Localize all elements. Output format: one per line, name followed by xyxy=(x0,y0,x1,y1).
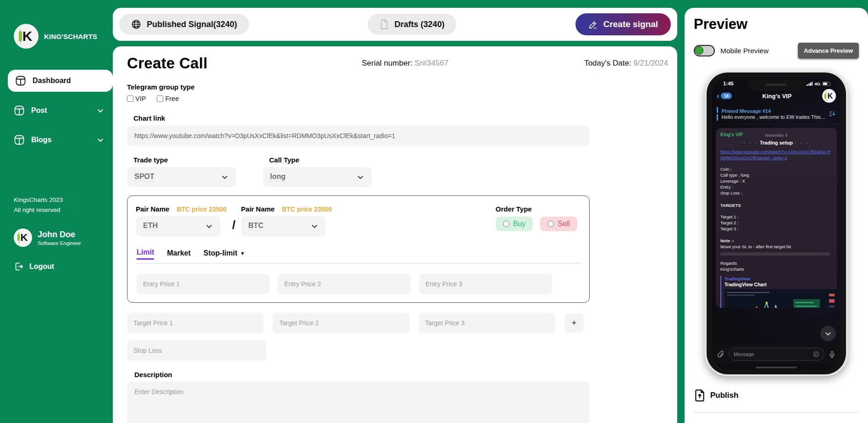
description-textarea[interactable] xyxy=(127,382,589,423)
add-target-button[interactable]: + xyxy=(564,313,584,333)
tab-limit-label: Limit xyxy=(137,248,154,256)
back-chevron-icon: ‹ xyxy=(717,92,719,100)
main-column: Published Signal(3240) Drafts (3240) Cre… xyxy=(113,8,677,423)
battery-icon xyxy=(822,82,830,86)
serial-number: Serial number: Sr#34567 xyxy=(208,59,584,68)
target-line: Target 2 : xyxy=(720,220,832,226)
phone-screen: 1:45 4G ‹ 18 King's VIP K xyxy=(712,77,840,370)
scroll-down-button xyxy=(820,326,836,341)
trade-type-label: Trade type xyxy=(133,156,236,164)
chevron-down-icon xyxy=(96,106,105,115)
message-heading-text: Trading setup xyxy=(760,140,793,145)
chevron-down-icon xyxy=(824,329,832,338)
sell-label: Sell xyxy=(558,220,570,228)
tab-market-label: Market xyxy=(167,249,191,257)
chart-link-input[interactable] xyxy=(127,126,589,146)
chevron-down-icon xyxy=(356,173,365,181)
logout-label: Logout xyxy=(29,262,54,271)
sell-radio[interactable] xyxy=(547,221,554,227)
unread-badge: 18 xyxy=(721,93,732,99)
dashboard-icon xyxy=(15,75,26,86)
logout-icon xyxy=(14,262,24,272)
call-type-label: Call Type xyxy=(269,156,372,164)
signal-field: Leverage : X xyxy=(720,178,832,184)
trade-type-select[interactable]: SPOT xyxy=(127,167,236,187)
pinned-message: Pinned Message #14 Hello everyone , welc… xyxy=(712,105,840,124)
sidebar: K KING'SCHARTS Dashboard Post Blogs King… xyxy=(0,0,113,423)
topbar: Published Signal(3240) Drafts (3240) Cre… xyxy=(113,8,677,41)
tab-market[interactable]: Market xyxy=(167,248,191,260)
preview-panel: Preview Mobile Preview Advance Preview 1… xyxy=(685,8,868,423)
pair-name-label: Pair Name xyxy=(241,205,275,213)
description-label: Description xyxy=(134,371,670,378)
free-checkbox[interactable] xyxy=(157,95,163,102)
signal-bars-icon xyxy=(807,82,813,86)
order-type-label: Order Type xyxy=(496,205,577,213)
sidebar-item-label: Dashboard xyxy=(33,77,71,85)
post-icon xyxy=(14,105,25,116)
mobile-preview-toggle[interactable] xyxy=(694,45,715,56)
stop-loss-input[interactable] xyxy=(127,340,266,361)
chat-title: King's VIP xyxy=(732,93,822,100)
btc-price-hint: BTC price 23500 xyxy=(282,206,332,213)
chevron-down-icon xyxy=(310,222,319,230)
pair-separator: / xyxy=(232,218,235,232)
tab-stop-limit[interactable]: Stop-limit ▼ xyxy=(204,248,245,260)
brand-name: KING'SCHARTS xyxy=(44,33,97,40)
pair-quote-select[interactable]: BTC xyxy=(241,216,326,236)
target-price-2-input[interactable] xyxy=(273,313,409,333)
message-link: https://www.youtube.com/watch?v=O3pUsXxC… xyxy=(720,149,832,161)
network-label: 4G xyxy=(814,81,820,86)
target-price-1-input[interactable] xyxy=(127,313,264,333)
signature-text: King'scharts xyxy=(720,266,832,272)
user-name: John Doe xyxy=(38,230,81,239)
trade-type-value: SPOT xyxy=(134,173,155,182)
entry-price-1-input[interactable] xyxy=(137,274,270,294)
call-type-select[interactable]: long xyxy=(263,167,372,187)
preview-title: Preview xyxy=(694,16,859,33)
sidebar-item-blogs[interactable]: Blogs xyxy=(0,129,113,150)
target-price-3-input[interactable] xyxy=(419,313,555,333)
free-label: Free xyxy=(165,95,179,102)
pencil-icon xyxy=(588,20,598,29)
toggle-knob xyxy=(695,46,703,55)
mobile-preview-label: Mobile Preview xyxy=(720,47,768,55)
phone-time: 1:45 xyxy=(723,81,734,86)
call-type-value: long xyxy=(270,173,286,182)
target-lines: Target 1 : Target 2 : Target 3 : xyxy=(720,214,832,232)
vip-checkbox[interactable] xyxy=(127,95,133,102)
tab-limit[interactable]: Limit xyxy=(137,248,154,260)
sell-option[interactable]: Sell xyxy=(540,217,577,231)
target-line: Target 1 : xyxy=(720,214,832,220)
chevron-down-icon xyxy=(96,136,105,144)
telegram-group-type-label: Telegram group type xyxy=(127,83,670,91)
drafts-tab[interactable]: Drafts (3240) xyxy=(368,14,456,35)
pair-name-label: Pair Name xyxy=(136,205,169,213)
vip-label: VIP xyxy=(135,95,146,102)
buy-radio[interactable] xyxy=(503,221,509,227)
vip-checkbox-row: VIP xyxy=(127,95,146,102)
sidebar-item-dashboard[interactable]: Dashboard xyxy=(8,70,113,92)
create-signal-button[interactable]: Create signal xyxy=(575,13,671,35)
advance-preview-button[interactable]: Advance Preview xyxy=(798,43,859,59)
published-signal-tab[interactable]: Published Signal(3240) xyxy=(119,14,249,35)
chat-avatar: K xyxy=(822,89,836,103)
date-value: 9/21/2024 xyxy=(633,59,668,67)
paperclip-icon xyxy=(717,350,725,358)
sidebar-item-post[interactable]: Post xyxy=(0,100,113,121)
publish-button[interactable]: Publish xyxy=(694,389,859,402)
quote-source: TradingView xyxy=(724,276,832,282)
heading-decor: ▪ ▪ ▪ xyxy=(794,140,809,145)
pair-base-select[interactable]: ETH xyxy=(136,216,221,236)
entry-price-2-input[interactable] xyxy=(278,274,411,294)
signal-fields: Coin : Call type : long Leverage : X Ent… xyxy=(720,166,832,196)
buy-option[interactable]: Buy xyxy=(496,217,533,231)
entry-price-3-input[interactable] xyxy=(419,274,552,294)
logout-button[interactable]: Logout xyxy=(14,262,54,272)
chart-link-label: Chart link xyxy=(133,114,670,122)
buy-label: Buy xyxy=(513,220,526,228)
free-checkbox-row: Free xyxy=(157,95,179,102)
targets-heading: TARGETS xyxy=(720,202,832,208)
publish-icon xyxy=(694,389,706,402)
draft-file-icon xyxy=(380,19,389,29)
